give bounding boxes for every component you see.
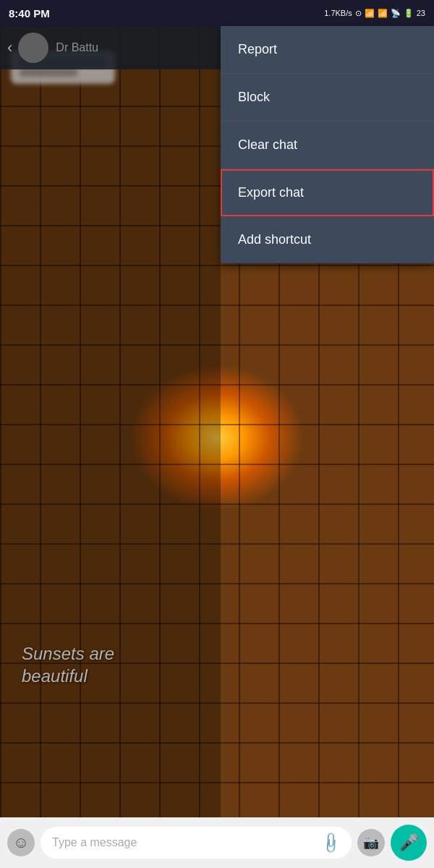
status-bar: 8:40 PM 1.7KB/s ⊙ 📶 📶 📡 🔋 23	[0, 0, 434, 26]
status-time: 8:40 PM	[9, 7, 50, 20]
emoji-button[interactable]: ☺	[7, 829, 35, 856]
input-bar: ☺ Type a message 📎 📷 🎤	[0, 817, 434, 868]
battery-icon: 🔋	[404, 9, 414, 18]
battery-level: 23	[417, 9, 425, 17]
signal-icon-2: 📶	[378, 9, 388, 18]
menu-item-add-shortcut[interactable]: Add shortcut	[221, 216, 434, 263]
mic-button[interactable]: 🎤	[391, 825, 427, 861]
menu-item-report[interactable]: Report	[221, 26, 434, 74]
message-input-placeholder: Type a message	[52, 836, 315, 849]
menu-item-block[interactable]: Block	[221, 74, 434, 122]
menu-item-clear-chat[interactable]: Clear chat	[221, 122, 434, 169]
attach-icon[interactable]: 📎	[318, 830, 344, 856]
signal-icon-1: 📶	[365, 9, 375, 18]
wifi-icon: 📡	[391, 9, 401, 18]
clock-icon: ⊙	[355, 9, 362, 18]
menu-item-export-chat[interactable]: Export chat	[221, 169, 434, 216]
camera-button[interactable]: 📷	[357, 829, 385, 856]
status-icons: 1.7KB/s ⊙ 📶 📶 📡 🔋 23	[324, 9, 425, 18]
dropdown-menu: Report Block Clear chat Export chat Add …	[221, 26, 434, 263]
overlay-dim	[0, 26, 221, 817]
message-input-area[interactable]: Type a message 📎	[41, 827, 352, 859]
data-speed: 1.7KB/s	[324, 9, 352, 17]
